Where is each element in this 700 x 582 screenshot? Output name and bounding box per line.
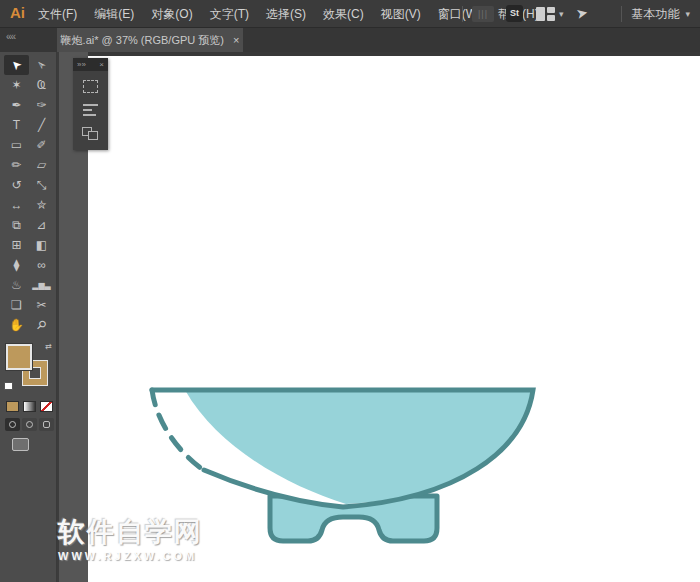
rectangle-tool[interactable]: ▭	[4, 135, 29, 155]
tools-grid: ➤ ➢ ✶ Ҩ ✒ ✑ T ╱ ▭ ✐ ✏ ▱ ↺ ⤡ ↔ ✮ ⧉ ⊿ ⊞ ◧ …	[4, 55, 54, 335]
menu-effect[interactable]: 效果(C)	[323, 6, 364, 23]
width-tool-icon: ↔	[11, 198, 23, 212]
fill-swatch[interactable]	[6, 344, 32, 370]
width-tool[interactable]: ↔	[4, 195, 29, 215]
paintbrush-tool-icon: ✐	[36, 138, 46, 152]
document-tab-close-icon[interactable]: ×	[233, 34, 239, 46]
color-button[interactable]	[6, 401, 19, 412]
selection-tool-icon: ➤	[8, 56, 25, 73]
menu-view[interactable]: 视图(V)	[381, 6, 421, 23]
puppet-warp-tool-icon: ✮	[36, 198, 46, 212]
panel-icon-list	[73, 71, 108, 141]
hand-tool[interactable]: ✋	[4, 315, 29, 335]
symbol-sprayer-tool-icon: ♨	[11, 278, 22, 292]
screen-mode-button[interactable]	[12, 438, 29, 451]
eraser-tool[interactable]: ▱	[29, 155, 54, 175]
shaper-tool[interactable]: ✏	[4, 155, 29, 175]
shape-builder-tool[interactable]: ⧉	[4, 215, 29, 235]
artboard-tool[interactable]: ❏	[4, 295, 29, 315]
graph-tool[interactable]: ▂▆▃	[29, 275, 54, 295]
slice-tool[interactable]: ✂	[29, 295, 54, 315]
color-mode-buttons	[6, 401, 53, 412]
menu-file[interactable]: 文件(F)	[38, 6, 77, 23]
tools-panel-collapse-icon[interactable]: ««	[6, 31, 15, 42]
gradient-tool-icon: ◧	[36, 238, 47, 252]
magic-wand-tool-icon: ✶	[11, 78, 21, 92]
draw-normal-button[interactable]	[5, 418, 20, 431]
workspace-label: 基本功能	[631, 6, 679, 23]
selection-tool[interactable]: ➤	[4, 55, 29, 75]
bowl-artwork[interactable]	[88, 56, 700, 582]
type-tool-icon: T	[13, 118, 20, 132]
menu-edit[interactable]: 编辑(E)	[94, 6, 134, 23]
curvature-tool-icon: ✑	[36, 98, 46, 112]
mesh-tool-icon: ⊞	[11, 238, 21, 252]
menubar-separator	[621, 6, 622, 22]
menu-select[interactable]: 选择(S)	[266, 6, 306, 23]
bowl-body-shape[interactable]	[185, 390, 533, 504]
app-launcher-icon[interactable]: |||	[472, 6, 494, 22]
eraser-tool-icon: ▱	[37, 158, 46, 172]
scale-tool-icon: ⤡	[37, 178, 47, 192]
lasso-tool[interactable]: Ҩ	[29, 75, 54, 95]
mesh-tool[interactable]: ⊞	[4, 235, 29, 255]
eyedropper-tool[interactable]: ⧫	[4, 255, 29, 275]
default-fill-stroke-icon[interactable]	[4, 382, 13, 390]
pen-tool[interactable]: ✒	[4, 95, 29, 115]
perspective-grid-tool[interactable]: ⊿	[29, 215, 54, 235]
none-button[interactable]	[40, 401, 53, 412]
scale-tool[interactable]: ⤡	[29, 175, 54, 195]
menu-bar: Ai 文件(F) 编辑(E) 对象(O) 文字(T) 选择(S) 效果(C) 视…	[0, 0, 700, 28]
gradient-tool[interactable]: ◧	[29, 235, 54, 255]
menu-list: 文件(F) 编辑(E) 对象(O) 文字(T) 选择(S) 效果(C) 视图(V…	[38, 0, 539, 28]
pathfinder-panel-icon[interactable]	[82, 127, 99, 141]
pen-tool-icon: ✒	[11, 98, 21, 112]
arrange-documents-chevron-icon[interactable]: ▾	[559, 9, 564, 19]
line-segment-tool[interactable]: ╱	[29, 115, 54, 135]
magic-wand-tool[interactable]: ✶	[4, 75, 29, 95]
share-icon[interactable]: ➤	[574, 4, 589, 22]
drawing-mode-buttons	[5, 418, 54, 431]
direct-selection-tool-icon: ➢	[33, 56, 50, 73]
paintbrush-tool[interactable]: ✐	[29, 135, 54, 155]
panel-close-icon[interactable]: ×	[99, 58, 104, 71]
workspace-switcher[interactable]: 基本功能 ▾	[631, 0, 690, 28]
panel-header: »» ×	[73, 58, 108, 71]
menu-type[interactable]: 文字(T)	[210, 6, 249, 23]
swap-fill-stroke-icon[interactable]: ⇄	[45, 342, 52, 351]
draw-inside-button[interactable]	[39, 418, 54, 431]
fill-stroke-control: ⇄	[6, 344, 52, 396]
line-segment-tool-icon: ╱	[38, 118, 45, 132]
slice-tool-icon: ✂	[36, 298, 46, 312]
blend-tool[interactable]: ∞	[29, 255, 54, 275]
arrange-documents-icon[interactable]	[536, 7, 555, 21]
workspace-chevron-icon: ▾	[685, 9, 690, 19]
shaper-tool-icon: ✏	[11, 158, 21, 172]
collapsed-panel-dock: »» ×	[73, 58, 108, 150]
lasso-tool-icon: Ҩ	[37, 78, 46, 92]
rotate-tool[interactable]: ↺	[4, 175, 29, 195]
gradient-button[interactable]	[23, 401, 36, 412]
transform-panel-icon[interactable]	[83, 80, 98, 93]
zoom-tool[interactable]: ⚲	[29, 315, 54, 335]
artboard-tool-icon: ❏	[11, 298, 22, 312]
menu-object[interactable]: 对象(O)	[151, 6, 192, 23]
blend-tool-icon: ∞	[37, 258, 46, 272]
rotate-tool-icon: ↺	[11, 178, 21, 192]
align-panel-icon[interactable]	[83, 104, 98, 116]
draw-behind-button[interactable]	[22, 418, 37, 431]
document-tab[interactable]: 鞭炮.ai* @ 37% (RGB/GPU 预览) ×	[57, 28, 243, 52]
puppet-warp-tool[interactable]: ✮	[29, 195, 54, 215]
panel-expand-icon[interactable]: »»	[77, 58, 86, 71]
zoom-tool-icon: ⚲	[33, 317, 49, 333]
symbol-sprayer-tool[interactable]: ♨	[4, 275, 29, 295]
eyedropper-tool-icon: ⧫	[14, 258, 20, 272]
tools-panel: ➤ ➢ ✶ Ҩ ✒ ✑ T ╱ ▭ ✐ ✏ ▱ ↺ ⤡ ↔ ✮ ⧉ ⊿ ⊞ ◧ …	[0, 52, 57, 582]
adobe-stock-icon[interactable]: St	[506, 5, 523, 22]
type-tool[interactable]: T	[4, 115, 29, 135]
hand-tool-icon: ✋	[9, 318, 24, 332]
direct-selection-tool[interactable]: ➢	[29, 55, 54, 75]
illustrator-logo-icon: Ai	[10, 4, 25, 21]
curvature-tool[interactable]: ✑	[29, 95, 54, 115]
perspective-grid-tool-icon: ⊿	[36, 218, 46, 232]
